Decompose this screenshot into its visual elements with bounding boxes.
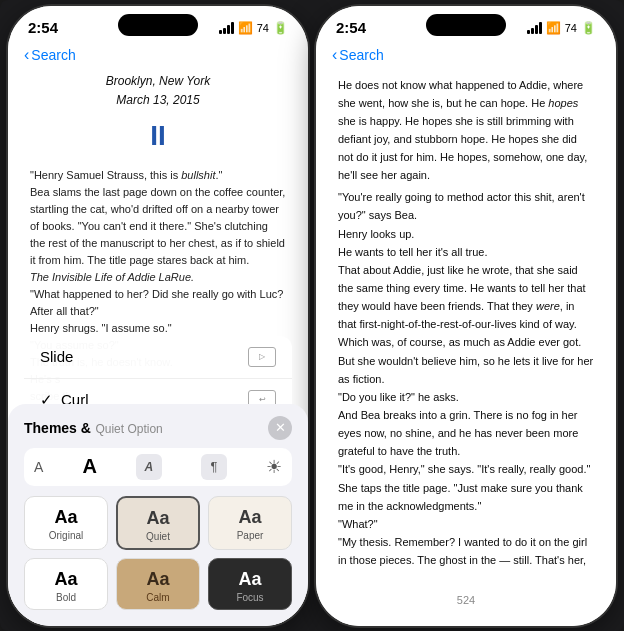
page-number: 524	[316, 594, 616, 606]
themes-subtitle: Quiet Option	[95, 422, 162, 436]
theme-calm-aa: Aa	[125, 569, 191, 590]
book-paragraph: "What?"	[338, 515, 594, 533]
book-location: Brooklyn, New YorkMarch 13, 2015	[30, 72, 286, 110]
theme-paper-aa: Aa	[217, 507, 283, 528]
theme-bold[interactable]: Aa Bold	[24, 558, 108, 610]
theme-original-label: Original	[33, 530, 99, 541]
wifi-icon: 📶	[238, 21, 253, 35]
themes-header: Themes & Quiet Option ✕	[24, 416, 292, 440]
theme-focus[interactable]: Aa Focus	[208, 558, 292, 610]
theme-bold-aa: Aa	[33, 569, 99, 590]
battery-level-right: 74	[565, 22, 577, 34]
battery-icon: 🔋	[273, 21, 288, 35]
theme-bold-label: Bold	[33, 592, 99, 603]
nav-bar-right: ‹ Search	[316, 42, 616, 72]
book-paragraph: And Bea breaks into a grin. There is no …	[338, 406, 594, 460]
theme-focus-label: Focus	[217, 592, 283, 603]
font-style-btn[interactable]: A	[136, 454, 162, 480]
paragraph-btn[interactable]: ¶	[201, 454, 227, 480]
back-label-left: Search	[31, 47, 75, 63]
themes-title-group: Themes & Quiet Option	[24, 419, 163, 437]
paragraph-icon: ¶	[210, 459, 217, 474]
close-button[interactable]: ✕	[268, 416, 292, 440]
theme-calm-label: Calm	[125, 592, 191, 603]
book-paragraph: Henry looks up.	[338, 225, 594, 243]
status-icons-left: 📶 74 🔋	[219, 21, 288, 35]
theme-focus-aa: Aa	[217, 569, 283, 590]
book-paragraph: "You're really going to method actor thi…	[338, 188, 594, 224]
status-bar-right: 2:54 📶 74 🔋	[316, 6, 616, 42]
brightness-icon[interactable]: ☀	[266, 456, 282, 478]
theme-quiet[interactable]: Aa Quiet	[116, 496, 200, 550]
signal-icon	[219, 22, 234, 34]
right-phone: 2:54 📶 74 🔋 ‹ Search	[316, 6, 616, 626]
wifi-icon-right: 📶	[546, 21, 561, 35]
theme-original-aa: Aa	[33, 507, 99, 528]
book-paragraph: He wants to tell her it's all true.	[338, 243, 594, 261]
status-time-right: 2:54	[336, 19, 366, 36]
font-size-controls: A A A ¶ ☀	[24, 448, 292, 486]
slide-icon: ▷	[248, 347, 276, 367]
status-icons-right: 📶 74 🔋	[527, 21, 596, 35]
theme-cards-grid: Aa Original Aa Quiet Aa Paper Aa Bold	[24, 496, 292, 610]
nav-bar-left: ‹ Search	[8, 42, 308, 72]
book-paragraph: That about Addie, just like he wrote, th…	[338, 261, 594, 352]
font-style-icon: A	[145, 460, 154, 474]
book-paragraph: He does not know what happened to Addie,…	[338, 76, 594, 185]
theme-quiet-label: Quiet	[126, 531, 190, 542]
theme-quiet-aa: Aa	[126, 508, 190, 529]
theme-paper-label: Paper	[217, 530, 283, 541]
slide-label: Slide	[40, 348, 73, 365]
book-paragraph: "My thesis. Remember? I wanted to do it …	[338, 533, 594, 571]
status-time-left: 2:54	[28, 19, 58, 36]
chapter-number: II	[30, 114, 286, 159]
book-paragraph: But she wouldn't believe him, so he lets…	[338, 352, 594, 388]
themes-title: Themes &	[24, 420, 91, 436]
theme-calm[interactable]: Aa Calm	[116, 558, 200, 610]
book-paragraph: "Do you like it?" he asks.	[338, 388, 594, 406]
font-decrease-btn[interactable]: A	[34, 459, 43, 475]
book-content-right: He does not know what happened to Addie,…	[316, 72, 616, 572]
status-bar-left: 2:54 📶 74 🔋	[8, 6, 308, 42]
back-chevron-icon: ‹	[24, 46, 29, 64]
slide-option[interactable]: Slide ▷	[24, 336, 292, 379]
close-icon: ✕	[275, 420, 286, 435]
signal-icon-right	[527, 22, 542, 34]
left-phone: 2:54 📶 74 🔋 ‹ Search	[8, 6, 308, 626]
battery-icon-right: 🔋	[581, 21, 596, 35]
font-increase-btn[interactable]: A	[82, 455, 96, 478]
back-label-right: Search	[339, 47, 383, 63]
back-chevron-icon-right: ‹	[332, 46, 337, 64]
theme-paper[interactable]: Aa Paper	[208, 496, 292, 550]
themes-panel: Themes & Quiet Option ✕ A A A ¶	[8, 404, 308, 626]
back-button-right[interactable]: ‹ Search	[332, 46, 384, 64]
book-paragraph: "It's good, Henry," she says. "It's real…	[338, 460, 594, 514]
theme-original[interactable]: Aa Original	[24, 496, 108, 550]
battery-level: 74	[257, 22, 269, 34]
back-button-left[interactable]: ‹ Search	[24, 46, 76, 64]
